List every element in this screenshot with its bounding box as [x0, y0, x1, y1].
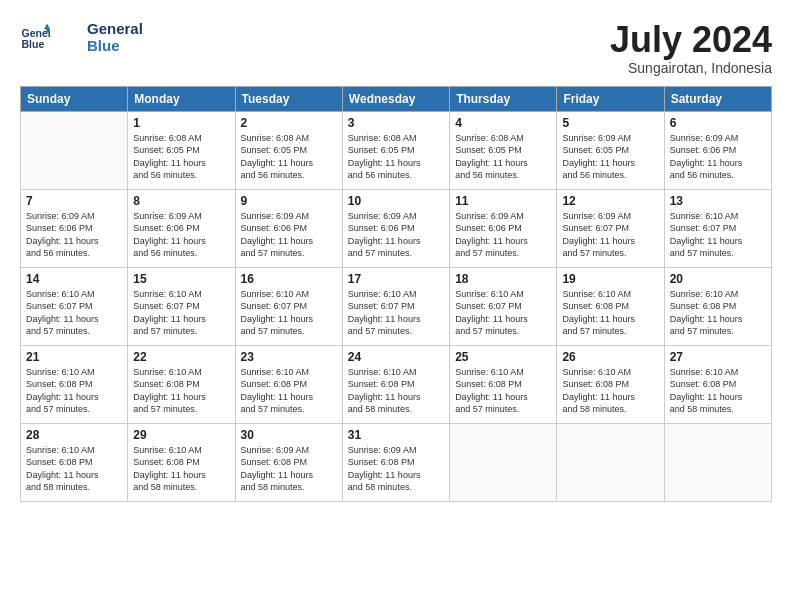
calendar-cell: 29Sunrise: 6:10 AM Sunset: 6:08 PM Dayli… — [128, 423, 235, 501]
calendar-cell: 24Sunrise: 6:10 AM Sunset: 6:08 PM Dayli… — [342, 345, 449, 423]
calendar-cell: 9Sunrise: 6:09 AM Sunset: 6:06 PM Daylig… — [235, 189, 342, 267]
day-number: 23 — [241, 350, 337, 364]
day-info: Sunrise: 6:10 AM Sunset: 6:08 PM Dayligh… — [562, 288, 658, 338]
col-sunday: Sunday — [21, 86, 128, 111]
logo-line1: General — [87, 20, 143, 37]
day-number: 8 — [133, 194, 229, 208]
calendar-cell: 8Sunrise: 6:09 AM Sunset: 6:06 PM Daylig… — [128, 189, 235, 267]
day-info: Sunrise: 6:09 AM Sunset: 6:06 PM Dayligh… — [241, 210, 337, 260]
day-number: 3 — [348, 116, 444, 130]
day-number: 7 — [26, 194, 122, 208]
day-number: 21 — [26, 350, 122, 364]
day-number: 11 — [455, 194, 551, 208]
day-number: 25 — [455, 350, 551, 364]
day-number: 30 — [241, 428, 337, 442]
col-monday: Monday — [128, 86, 235, 111]
day-number: 12 — [562, 194, 658, 208]
page-header: General Blue General Blue July 2024 Sung… — [20, 20, 772, 76]
day-info: Sunrise: 6:10 AM Sunset: 6:08 PM Dayligh… — [348, 366, 444, 416]
col-friday: Friday — [557, 86, 664, 111]
week-row-4: 21Sunrise: 6:10 AM Sunset: 6:08 PM Dayli… — [21, 345, 772, 423]
day-info: Sunrise: 6:09 AM Sunset: 6:05 PM Dayligh… — [562, 132, 658, 182]
day-number: 6 — [670, 116, 766, 130]
day-info: Sunrise: 6:09 AM Sunset: 6:06 PM Dayligh… — [455, 210, 551, 260]
week-row-1: 1Sunrise: 6:08 AM Sunset: 6:05 PM Daylig… — [21, 111, 772, 189]
month-title: July 2024 — [610, 20, 772, 60]
calendar-cell — [664, 423, 771, 501]
calendar-cell: 30Sunrise: 6:09 AM Sunset: 6:08 PM Dayli… — [235, 423, 342, 501]
day-info: Sunrise: 6:09 AM Sunset: 6:08 PM Dayligh… — [241, 444, 337, 494]
calendar-cell: 31Sunrise: 6:09 AM Sunset: 6:08 PM Dayli… — [342, 423, 449, 501]
calendar-table: Sunday Monday Tuesday Wednesday Thursday… — [20, 86, 772, 502]
day-info: Sunrise: 6:10 AM Sunset: 6:07 PM Dayligh… — [455, 288, 551, 338]
day-info: Sunrise: 6:09 AM Sunset: 6:06 PM Dayligh… — [348, 210, 444, 260]
calendar-cell: 12Sunrise: 6:09 AM Sunset: 6:07 PM Dayli… — [557, 189, 664, 267]
calendar-cell: 11Sunrise: 6:09 AM Sunset: 6:06 PM Dayli… — [450, 189, 557, 267]
day-info: Sunrise: 6:09 AM Sunset: 6:07 PM Dayligh… — [562, 210, 658, 260]
calendar-cell: 1Sunrise: 6:08 AM Sunset: 6:05 PM Daylig… — [128, 111, 235, 189]
day-number: 17 — [348, 272, 444, 286]
week-row-5: 28Sunrise: 6:10 AM Sunset: 6:08 PM Dayli… — [21, 423, 772, 501]
day-number: 24 — [348, 350, 444, 364]
calendar-cell: 17Sunrise: 6:10 AM Sunset: 6:07 PM Dayli… — [342, 267, 449, 345]
calendar-cell: 15Sunrise: 6:10 AM Sunset: 6:07 PM Dayli… — [128, 267, 235, 345]
day-number: 26 — [562, 350, 658, 364]
calendar-cell — [450, 423, 557, 501]
day-number: 14 — [26, 272, 122, 286]
day-number: 2 — [241, 116, 337, 130]
calendar-cell: 22Sunrise: 6:10 AM Sunset: 6:08 PM Dayli… — [128, 345, 235, 423]
calendar-cell: 21Sunrise: 6:10 AM Sunset: 6:08 PM Dayli… — [21, 345, 128, 423]
logo-icon: General Blue — [20, 22, 50, 52]
day-info: Sunrise: 6:10 AM Sunset: 6:08 PM Dayligh… — [133, 366, 229, 416]
calendar-cell: 14Sunrise: 6:10 AM Sunset: 6:07 PM Dayli… — [21, 267, 128, 345]
day-info: Sunrise: 6:10 AM Sunset: 6:08 PM Dayligh… — [133, 444, 229, 494]
title-block: July 2024 Sungairotan, Indonesia — [610, 20, 772, 76]
day-info: Sunrise: 6:10 AM Sunset: 6:07 PM Dayligh… — [348, 288, 444, 338]
calendar-cell — [557, 423, 664, 501]
calendar-cell: 27Sunrise: 6:10 AM Sunset: 6:08 PM Dayli… — [664, 345, 771, 423]
calendar-cell: 6Sunrise: 6:09 AM Sunset: 6:06 PM Daylig… — [664, 111, 771, 189]
calendar-cell — [21, 111, 128, 189]
calendar-cell: 4Sunrise: 6:08 AM Sunset: 6:05 PM Daylig… — [450, 111, 557, 189]
day-info: Sunrise: 6:10 AM Sunset: 6:07 PM Dayligh… — [670, 210, 766, 260]
day-info: Sunrise: 6:10 AM Sunset: 6:07 PM Dayligh… — [133, 288, 229, 338]
day-info: Sunrise: 6:10 AM Sunset: 6:08 PM Dayligh… — [670, 366, 766, 416]
day-info: Sunrise: 6:10 AM Sunset: 6:08 PM Dayligh… — [562, 366, 658, 416]
day-number: 19 — [562, 272, 658, 286]
day-info: Sunrise: 6:09 AM Sunset: 6:06 PM Dayligh… — [133, 210, 229, 260]
day-number: 22 — [133, 350, 229, 364]
calendar-cell: 3Sunrise: 6:08 AM Sunset: 6:05 PM Daylig… — [342, 111, 449, 189]
calendar-cell: 7Sunrise: 6:09 AM Sunset: 6:06 PM Daylig… — [21, 189, 128, 267]
day-number: 4 — [455, 116, 551, 130]
day-info: Sunrise: 6:10 AM Sunset: 6:07 PM Dayligh… — [26, 288, 122, 338]
calendar-header-row: Sunday Monday Tuesday Wednesday Thursday… — [21, 86, 772, 111]
logo: General Blue General Blue — [20, 20, 143, 54]
day-number: 28 — [26, 428, 122, 442]
day-info: Sunrise: 6:09 AM Sunset: 6:06 PM Dayligh… — [670, 132, 766, 182]
logo-line2: Blue — [87, 37, 143, 54]
calendar-cell: 13Sunrise: 6:10 AM Sunset: 6:07 PM Dayli… — [664, 189, 771, 267]
day-info: Sunrise: 6:08 AM Sunset: 6:05 PM Dayligh… — [133, 132, 229, 182]
calendar-cell: 25Sunrise: 6:10 AM Sunset: 6:08 PM Dayli… — [450, 345, 557, 423]
location-subtitle: Sungairotan, Indonesia — [610, 60, 772, 76]
day-info: Sunrise: 6:10 AM Sunset: 6:08 PM Dayligh… — [26, 366, 122, 416]
col-tuesday: Tuesday — [235, 86, 342, 111]
calendar-cell: 2Sunrise: 6:08 AM Sunset: 6:05 PM Daylig… — [235, 111, 342, 189]
calendar-cell: 20Sunrise: 6:10 AM Sunset: 6:08 PM Dayli… — [664, 267, 771, 345]
day-number: 18 — [455, 272, 551, 286]
calendar-cell: 26Sunrise: 6:10 AM Sunset: 6:08 PM Dayli… — [557, 345, 664, 423]
day-info: Sunrise: 6:08 AM Sunset: 6:05 PM Dayligh… — [455, 132, 551, 182]
calendar-cell: 10Sunrise: 6:09 AM Sunset: 6:06 PM Dayli… — [342, 189, 449, 267]
day-info: Sunrise: 6:09 AM Sunset: 6:06 PM Dayligh… — [26, 210, 122, 260]
col-thursday: Thursday — [450, 86, 557, 111]
day-number: 5 — [562, 116, 658, 130]
day-info: Sunrise: 6:10 AM Sunset: 6:08 PM Dayligh… — [26, 444, 122, 494]
calendar-cell: 18Sunrise: 6:10 AM Sunset: 6:07 PM Dayli… — [450, 267, 557, 345]
day-number: 9 — [241, 194, 337, 208]
col-saturday: Saturday — [664, 86, 771, 111]
calendar-cell: 16Sunrise: 6:10 AM Sunset: 6:07 PM Dayli… — [235, 267, 342, 345]
day-info: Sunrise: 6:10 AM Sunset: 6:07 PM Dayligh… — [241, 288, 337, 338]
col-wednesday: Wednesday — [342, 86, 449, 111]
day-info: Sunrise: 6:08 AM Sunset: 6:05 PM Dayligh… — [241, 132, 337, 182]
day-number: 31 — [348, 428, 444, 442]
